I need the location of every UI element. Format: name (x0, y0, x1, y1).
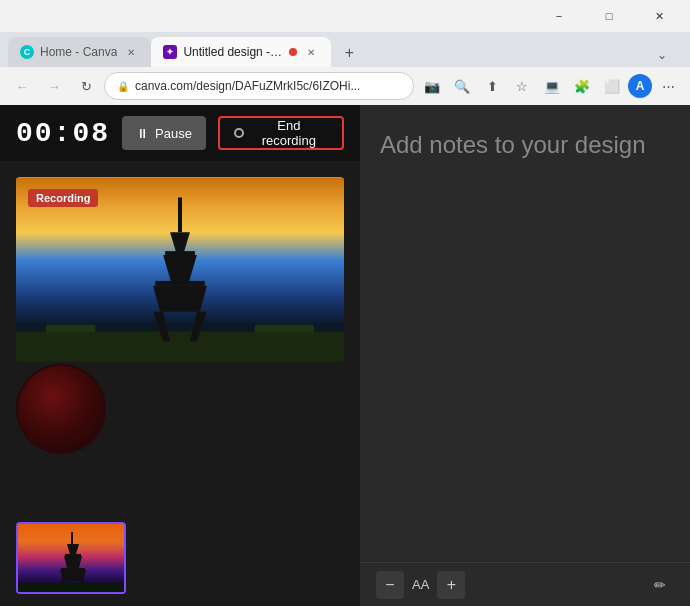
collections-toolbar-icon[interactable]: 💻 (538, 72, 566, 100)
tab-favicon-home: C (20, 45, 34, 59)
camera-circle (16, 364, 106, 454)
extensions-toolbar-icon[interactable]: 🧩 (568, 72, 596, 100)
tab-favicon-design: ✦ (163, 45, 177, 59)
thumbnail-strip (0, 514, 360, 606)
timer-display: 00:08 (16, 118, 110, 149)
right-panel: Add notes to your design − AA + ✏ (360, 105, 690, 606)
zoom-out-button[interactable]: − (376, 571, 404, 599)
address-bar-row: ← → ↻ 🔒 canva.com/design/DAFuZMrkI5c/6IZ… (0, 67, 690, 105)
tab-nav-buttons: ⌄ (650, 43, 674, 67)
tab-home-canva[interactable]: C Home - Canva ✕ (8, 37, 151, 67)
main-slide-preview: Recording (16, 177, 344, 362)
svg-rect-16 (65, 554, 81, 556)
zoom-in-button[interactable]: + (437, 571, 465, 599)
slide-area: Recording (0, 161, 360, 514)
svg-rect-12 (255, 325, 315, 333)
svg-rect-22 (18, 584, 126, 594)
end-recording-button[interactable]: End recording (218, 116, 344, 150)
tab-close-design[interactable]: ✕ (303, 44, 319, 60)
maximize-button[interactable]: □ (586, 0, 632, 32)
back-button[interactable]: ← (8, 72, 36, 100)
left-panel: 00:08 ⏸ Pause End recording (0, 105, 360, 606)
right-toolbar: − AA + ✏ (360, 562, 690, 606)
recording-toolbar: 00:08 ⏸ Pause End recording (0, 105, 360, 161)
address-bar[interactable]: 🔒 canva.com/design/DAFuZMrkI5c/6IZOHi... (104, 72, 414, 100)
title-bar: − □ ✕ (0, 0, 690, 32)
edit-notes-button[interactable]: ✏ (646, 571, 674, 599)
end-recording-circle-icon (234, 128, 244, 138)
recording-indicator-dot (289, 48, 297, 56)
browser-toolbar-icons: 📷 🔍 ⬆ ☆ 💻 🧩 ⬜ A ⋯ (418, 72, 682, 100)
new-tab-button[interactable]: + (335, 39, 363, 67)
svg-rect-2 (178, 197, 182, 232)
forward-button[interactable]: → (40, 72, 68, 100)
browser-chrome: − □ ✕ C Home - Canva ✕ ✦ Untitled design… (0, 0, 690, 105)
tab-title-design: Untitled design - Prese... (183, 45, 283, 59)
svg-rect-6 (155, 281, 205, 286)
tab-list-button[interactable]: ⌄ (650, 43, 674, 67)
split-toolbar-icon[interactable]: ⬜ (598, 72, 626, 100)
end-recording-label: End recording (250, 118, 328, 148)
refresh-button[interactable]: ↻ (72, 72, 100, 100)
svg-rect-14 (71, 532, 73, 544)
recording-badge: Recording (28, 189, 98, 207)
lock-icon: 🔒 (117, 81, 129, 92)
pause-button[interactable]: ⏸ Pause (122, 116, 206, 150)
favorites-toolbar-icon[interactable]: ☆ (508, 72, 536, 100)
tab-bar: C Home - Canva ✕ ✦ Untitled design - Pre… (0, 32, 690, 67)
search-toolbar-icon[interactable]: 🔍 (448, 72, 476, 100)
share-toolbar-icon[interactable]: ⬆ (478, 72, 506, 100)
close-button[interactable]: ✕ (636, 0, 682, 32)
notes-area[interactable]: Add notes to your design (360, 105, 690, 562)
tab-untitled-design[interactable]: ✦ Untitled design - Prese... ✕ (151, 37, 331, 67)
notes-placeholder: Add notes to your design (380, 129, 670, 160)
pause-icon: ⏸ (136, 126, 149, 141)
menu-toolbar-icon[interactable]: ⋯ (654, 72, 682, 100)
pause-label: Pause (155, 126, 192, 141)
thumbnail-bg-1 (18, 524, 124, 592)
slide-thumbnail-1[interactable] (16, 522, 126, 594)
svg-marker-19 (60, 570, 86, 581)
tab-close-home[interactable]: ✕ (123, 44, 139, 60)
svg-rect-11 (46, 325, 96, 333)
svg-rect-4 (165, 251, 195, 255)
zoom-text-label: AA (412, 577, 429, 592)
svg-marker-17 (64, 556, 82, 568)
camera-toolbar-icon[interactable]: 📷 (418, 72, 446, 100)
app-content: 00:08 ⏸ Pause End recording (0, 105, 690, 606)
svg-rect-1 (16, 332, 344, 362)
window-controls: − □ ✕ (536, 0, 682, 32)
thumbnail-svg-1 (18, 524, 126, 594)
svg-marker-7 (153, 286, 207, 312)
svg-rect-18 (61, 568, 85, 570)
tab-title-home: Home - Canva (40, 45, 117, 59)
profile-button[interactable]: A (628, 74, 652, 98)
address-text: canva.com/design/DAFuZMrkI5c/6IZOHi... (135, 79, 360, 93)
minimize-button[interactable]: − (536, 0, 582, 32)
